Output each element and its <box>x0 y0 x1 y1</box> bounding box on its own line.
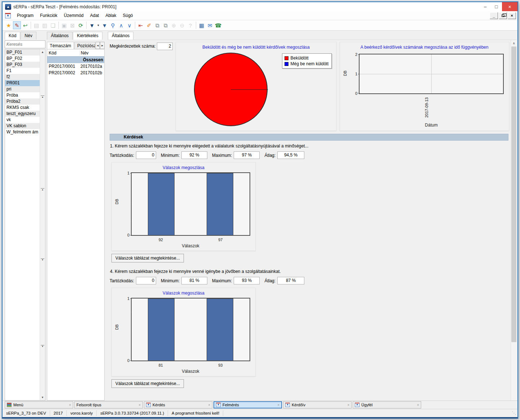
help-doc-icon[interactable]: ? <box>186 21 194 29</box>
average-field[interactable]: 94,5 % <box>277 151 304 159</box>
annotate-icon[interactable]: ✐ <box>145 21 153 29</box>
filter-caret-icon[interactable]: ▾ <box>96 21 100 29</box>
edit-icon[interactable]: ✎ <box>13 21 21 29</box>
resize-grip-icon[interactable]: ⋱ <box>512 411 517 416</box>
copy-back-icon[interactable]: ⧉ <box>162 21 169 29</box>
answers-table-button[interactable]: Válaszok táblázat megtekintése... <box>111 254 184 262</box>
scroll-mark-icon[interactable]: ▾ <box>41 258 44 261</box>
print-list-icon[interactable]: ▥ <box>41 21 49 29</box>
add-circle-icon[interactable]: ⊕ <box>170 21 178 29</box>
content-tab-altalanos[interactable]: Általános <box>108 32 133 40</box>
phone-icon[interactable]: ☎ <box>214 21 222 29</box>
list-item[interactable]: F1 <box>5 68 40 74</box>
list-item[interactable]: RKMS csak <box>5 105 40 111</box>
menu-item-program[interactable]: Program <box>14 12 37 19</box>
search-input[interactable] <box>5 40 45 48</box>
list-item[interactable]: PR001 <box>5 80 40 86</box>
form-tab-felm-r-s[interactable]: Felmérés× <box>213 401 282 408</box>
print-icon[interactable]: ▤ <box>32 21 40 29</box>
save-refresh-icon[interactable]: ⟳ <box>77 21 85 29</box>
answers-table-button[interactable]: Válaszok táblázat megtekintése... <box>111 379 184 388</box>
list-item[interactable]: pri <box>5 86 40 92</box>
subtab-temaszam[interactable]: Témaszám <box>47 42 74 49</box>
maximum-field[interactable]: 93 % <box>234 277 260 284</box>
list-item[interactable]: VK sablon <box>5 123 40 129</box>
minimum-field[interactable]: 92 % <box>181 151 207 159</box>
table-row[interactable]: PR2017/000220170102b <box>47 70 104 76</box>
revert-icon[interactable]: ↩ <box>21 21 29 29</box>
tab-altalanos[interactable]: Általános <box>47 32 72 40</box>
tab-close-icon[interactable]: × <box>277 403 279 407</box>
minimum-field[interactable]: 81 % <box>181 277 207 284</box>
maximize-button[interactable]: □ <box>491 2 502 11</box>
menu-item-ablak[interactable]: Ablak <box>102 12 119 19</box>
mdi-restore-button[interactable] <box>499 12 507 19</box>
filter-icon[interactable]: ▼ <box>88 21 96 29</box>
save-icon[interactable]: ▣ <box>60 21 68 29</box>
assign-icon[interactable]: ⇤ <box>137 21 145 29</box>
form-tab-k-rd-s[interactable]: Kérdés× <box>144 401 212 408</box>
new-icon[interactable]: ★ <box>5 21 13 29</box>
tab-close-icon[interactable]: × <box>347 403 349 407</box>
sidebar-scrollbar[interactable]: ▲ ▴ ▴ ▾ ▾ ▼ <box>40 49 45 400</box>
list-item[interactable]: vk <box>5 117 40 123</box>
filter-doc-icon[interactable]: ▼ <box>101 21 109 29</box>
list-item[interactable]: f2 <box>5 74 40 80</box>
search-icon[interactable]: ⚲ <box>109 21 117 29</box>
subtab-scroll-left-icon[interactable]: ◂ <box>96 42 100 49</box>
subtab-pozicioszam[interactable]: Pozíciószá <box>74 42 95 49</box>
copy-forward-icon[interactable]: ⧉ <box>153 21 161 29</box>
table-header[interactable]: Kód Név <box>47 49 104 57</box>
menu-item-funkciók[interactable]: Funkciók <box>37 12 61 19</box>
form-tab-men-[interactable]: Menü× <box>5 401 73 408</box>
list-item[interactable]: teszt_egyszeru <box>5 111 40 117</box>
list-item[interactable]: BP_F03 <box>5 62 40 68</box>
attachment-icon[interactable]: ❏ <box>49 21 57 29</box>
table-row[interactable]: PR2017/000120170102a <box>47 63 104 70</box>
list-item[interactable]: Próba <box>5 92 40 98</box>
remove-circle-icon[interactable]: ⊖ <box>178 21 186 29</box>
table-summary-row[interactable]: Összesen <box>47 57 104 63</box>
list-item[interactable]: BP_F02 <box>5 56 40 62</box>
abstain-field[interactable]: 0 <box>136 277 156 284</box>
tab-close-icon[interactable]: × <box>417 403 419 407</box>
list-item[interactable]: BP_F01 <box>5 49 40 56</box>
average-field[interactable]: 87 % <box>277 277 304 284</box>
prev-icon[interactable]: ∧ <box>117 21 125 29</box>
menu-item-adat[interactable]: Adat <box>87 12 102 19</box>
scroll-mark-icon[interactable]: ▴ <box>41 188 44 191</box>
scroll-up-icon[interactable]: ▲ <box>40 50 45 54</box>
mdi-close-button[interactable]: × <box>508 12 516 19</box>
scroll-mark-icon[interactable]: ▴ <box>41 96 44 98</box>
tab-close-icon[interactable]: × <box>208 403 210 407</box>
menu-item-súgó[interactable]: Súgó <box>119 12 136 19</box>
close-button[interactable]: × <box>502 2 517 11</box>
save-cancel-icon[interactable]: ⊠ <box>69 21 76 29</box>
list-item[interactable]: Próba2 <box>5 98 40 105</box>
tab-kiertekeles[interactable]: Kiértékelés <box>73 32 102 40</box>
subtab-scroll-right-icon[interactable]: ▸ <box>100 42 105 49</box>
maximum-field[interactable]: 97 % <box>234 151 260 159</box>
respondents-value-field[interactable]: 2 <box>157 43 173 50</box>
list-item[interactable]: W_felmérem ám <box>5 129 40 135</box>
mail-icon[interactable]: ✉ <box>206 21 214 29</box>
scrollbar-thumb[interactable] <box>511 47 516 342</box>
sidebar-tab-kod[interactable]: Kód <box>5 32 20 40</box>
scroll-mark-icon[interactable]: ▾ <box>41 345 44 348</box>
sidebar-tab-nev[interactable]: Név <box>21 32 36 40</box>
minimize-button[interactable]: – <box>480 2 491 11</box>
form-tab-felsorolt-t-pus[interactable]: Felsorolt típus× <box>74 401 143 408</box>
form-tab-k-rd-v[interactable]: Kérdőív× <box>283 401 352 408</box>
form-tab--gyf-l[interactable]: Ügyfél× <box>353 401 421 408</box>
next-icon[interactable]: ∨ <box>125 21 133 29</box>
content-scrollbar[interactable]: ∧ <box>511 40 517 401</box>
menu-item-üzemmód[interactable]: Üzemmód <box>61 12 87 19</box>
calculator-icon[interactable]: ▦ <box>198 21 206 29</box>
tab-close-icon[interactable]: × <box>69 403 71 407</box>
pie-slice-boundary <box>231 89 268 90</box>
scroll-down-icon[interactable]: ▼ <box>40 396 45 399</box>
abstain-field[interactable]: 0 <box>136 151 156 159</box>
tab-close-icon[interactable]: × <box>138 403 141 407</box>
mdi-minimize-button[interactable]: _ <box>490 12 498 19</box>
scroll-up-icon[interactable]: ∧ <box>511 41 517 45</box>
